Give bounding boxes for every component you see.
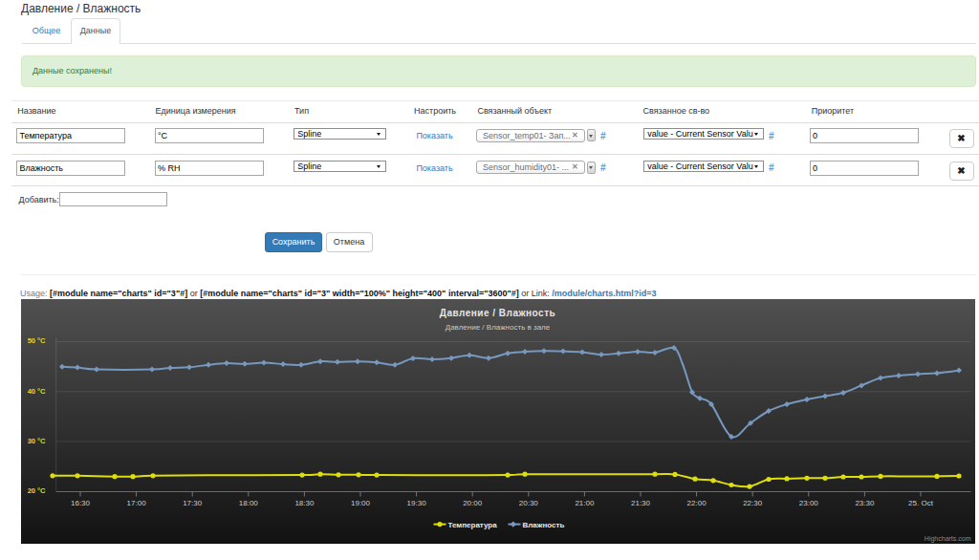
svg-text:25. Oct: 25. Oct — [908, 499, 934, 507]
svg-text:Давление / Влажность в зале: Давление / Влажность в зале — [446, 323, 551, 332]
svg-text:21:30: 21:30 — [631, 499, 651, 507]
svg-text:Температура: Температура — [448, 521, 498, 529]
svg-text:20:00: 20:00 — [463, 499, 483, 507]
svg-text:Highcharts.com: Highcharts.com — [925, 535, 971, 543]
svg-text:19:30: 19:30 — [407, 499, 427, 507]
svg-text:Давление / Влажность: Давление / Влажность — [440, 308, 555, 318]
svg-text:20:30: 20:30 — [519, 499, 539, 507]
svg-text:Влажность: Влажность — [523, 521, 565, 529]
svg-text:30 °C: 30 °C — [28, 437, 46, 445]
svg-text:40 °C: 40 °C — [28, 387, 46, 396]
svg-text:18:00: 18:00 — [239, 499, 259, 507]
svg-text:22:00: 22:00 — [687, 499, 707, 507]
svg-text:19:00: 19:00 — [351, 499, 371, 507]
svg-text:21:00: 21:00 — [575, 499, 595, 507]
svg-text:23:30: 23:30 — [855, 499, 875, 507]
svg-text:20 °C: 20 °C — [28, 486, 46, 495]
svg-text:16:30: 16:30 — [71, 499, 91, 507]
svg-text:23:00: 23:00 — [799, 499, 819, 507]
svg-text:17:00: 17:00 — [127, 499, 147, 507]
svg-text:17:30: 17:30 — [183, 499, 203, 507]
svg-text:22:30: 22:30 — [743, 499, 763, 507]
svg-text:18:30: 18:30 — [294, 499, 315, 507]
svg-text:50 °C: 50 °C — [28, 336, 46, 345]
